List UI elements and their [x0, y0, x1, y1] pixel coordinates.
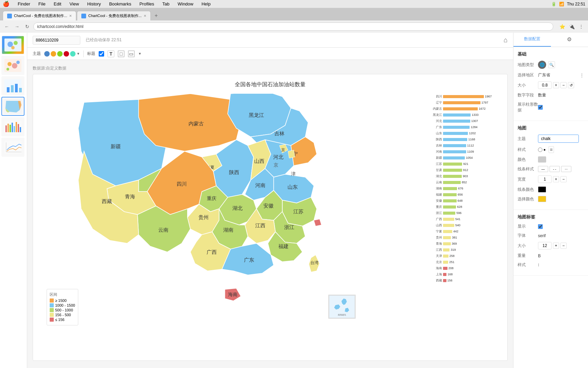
box-btn2[interactable]: ▭ — [128, 50, 135, 57]
svg-rect-21 — [16, 122, 17, 132]
labels-size-input[interactable] — [538, 242, 552, 249]
menu-file[interactable]: File — [37, 1, 47, 6]
browser-tab-1[interactable]: ChartCool - 免费在线图表制作... ✕ — [3, 11, 76, 20]
tab-close-2[interactable]: ✕ — [144, 14, 146, 18]
thumb-1[interactable] — [1, 35, 24, 55]
bar-row: 重庆 628 — [432, 204, 501, 210]
line-style-solid[interactable]: — — [538, 166, 548, 172]
width-input[interactable] — [538, 175, 552, 183]
size-stepper: + − ↺ — [538, 81, 574, 89]
color-orange[interactable] — [51, 51, 56, 57]
labels-font-row: 字体 serif — [518, 233, 584, 239]
tab-settings[interactable]: ⚙ — [551, 33, 588, 47]
thumb-4[interactable] — [1, 97, 24, 116]
box-btn[interactable]: □ — [118, 50, 125, 57]
bar-row: 湖北 903 — [432, 173, 501, 179]
legend-color-1 — [50, 298, 54, 303]
menu-tab[interactable]: Tab — [161, 1, 171, 6]
south-sea-inset: 南海诸岛 — [328, 295, 356, 319]
line-color-swatch[interactable] — [538, 186, 546, 193]
size-decrement[interactable]: − — [560, 82, 567, 88]
labels-size-increment[interactable]: + — [553, 243, 559, 249]
tab-data-config[interactable]: 数据配置 — [513, 33, 551, 47]
map-area: 新疆 内蒙古 黑龙江 吉林 辽宁 — [40, 94, 427, 353]
bar-row: 山西 540 — [432, 223, 501, 228]
style-radio-dot[interactable]: ● — [538, 148, 546, 152]
bar-row: 陕西 1168 — [432, 137, 501, 142]
menu-view[interactable]: View — [68, 1, 80, 6]
bar-row: 四川 1967 — [432, 94, 501, 99]
legend-color-2 — [50, 303, 54, 307]
labels-size-decrement[interactable]: − — [560, 243, 567, 249]
bar-row: 天津 258 — [432, 253, 501, 259]
region-more-icon[interactable]: ⋮ — [580, 73, 584, 78]
shanghai-region[interactable] — [314, 219, 321, 226]
color-teal[interactable] — [70, 51, 76, 57]
bar-row: 宁夏 442 — [432, 229, 501, 234]
menu-edit[interactable]: Edit — [52, 1, 63, 6]
menu-help[interactable]: Help — [200, 1, 212, 6]
size-increment[interactable]: + — [553, 82, 559, 88]
app-body: 已经自动保存 22:51 ⌂ 主题 ▼ 标题 T □ ▭ ▼ — [0, 33, 588, 368]
width-increment[interactable]: + — [553, 176, 559, 182]
size-input[interactable] — [538, 81, 552, 89]
menu-history[interactable]: History — [86, 1, 102, 6]
width-decrement[interactable]: − — [560, 176, 567, 182]
legend-color-3 — [50, 308, 54, 312]
sep1 — [83, 50, 84, 57]
bar-row: 江西 319 — [432, 247, 501, 252]
labels-font-value: serif — [538, 233, 584, 238]
browser-tab-2[interactable]: ChartCool - 免费在线图表制作... ✕ — [77, 11, 150, 20]
settings-icon[interactable]: ⋮ — [577, 22, 585, 31]
extension-icon[interactable]: 🔌 — [568, 22, 576, 31]
apple-menu[interactable]: 🍎 — [3, 1, 10, 7]
new-tab-button[interactable]: + — [151, 11, 161, 20]
menu-bookmarks[interactable]: Bookmarks — [108, 1, 133, 6]
select-color-swatch[interactable] — [538, 196, 546, 202]
more-dropdown[interactable]: ▼ — [138, 52, 142, 56]
home-icon[interactable]: ⌂ — [504, 36, 508, 44]
color-dropdown[interactable]: ▼ — [77, 52, 80, 56]
tab-close-1[interactable]: ✕ — [69, 14, 72, 18]
mark-checkbox[interactable] — [99, 51, 104, 57]
color-red[interactable] — [64, 51, 69, 57]
bar-row: 西藏 156 — [432, 278, 501, 283]
thumb-5[interactable] — [1, 117, 24, 136]
show-data-label: 展示柱形数据 — [518, 102, 538, 113]
bookmark-icon[interactable]: ⭐ — [558, 22, 566, 31]
legend-color-4 — [50, 313, 54, 317]
address-bar[interactable]: ichartcool.com/editor.html — [33, 22, 553, 31]
menu-profiles[interactable]: Profiles — [138, 1, 156, 6]
bar-row: 海南 208 — [432, 265, 501, 271]
menu-window[interactable]: Window — [176, 1, 195, 6]
thumb-3[interactable] — [1, 76, 24, 95]
thumb-6[interactable] — [1, 138, 24, 157]
size-reset[interactable]: ↺ — [568, 82, 574, 88]
basic-title: 基础 — [518, 51, 584, 57]
labels-style-label: 样式 — [518, 262, 538, 268]
line-style-dotted[interactable]: ··· — [561, 166, 571, 172]
back-button[interactable]: ← — [3, 22, 11, 31]
labels-show-checkbox[interactable] — [538, 224, 543, 229]
menu-finder[interactable]: Finder — [16, 1, 32, 6]
show-data-checkbox[interactable] — [538, 105, 543, 110]
svg-text:贵州: 贵州 — [198, 214, 209, 220]
map-search-icon[interactable]: 🔍 — [548, 61, 555, 68]
chart-title: 全国各地中国石油加油站数量 — [40, 81, 501, 88]
line-style-dashed[interactable]: - - — [550, 166, 560, 172]
tianjin-region[interactable] — [288, 150, 295, 158]
tab-favicon-2 — [81, 14, 86, 18]
style-list-icon[interactable]: ≡ — [549, 146, 554, 153]
thumb-2[interactable] — [1, 56, 24, 75]
reload-button[interactable]: ↻ — [23, 22, 31, 31]
color-green[interactable] — [57, 51, 63, 57]
map-theme-input[interactable] — [538, 135, 579, 143]
doc-id-input[interactable] — [33, 36, 80, 45]
svg-point-6 — [12, 63, 17, 68]
bold-btn[interactable]: T — [108, 50, 114, 57]
globe-icon[interactable]: 🌐 — [538, 61, 546, 69]
line-color-row: 线条颜色 — [518, 186, 584, 193]
forward-button[interactable]: → — [13, 22, 21, 31]
map-color-swatch[interactable] — [538, 156, 546, 163]
color-blue[interactable] — [44, 51, 50, 57]
